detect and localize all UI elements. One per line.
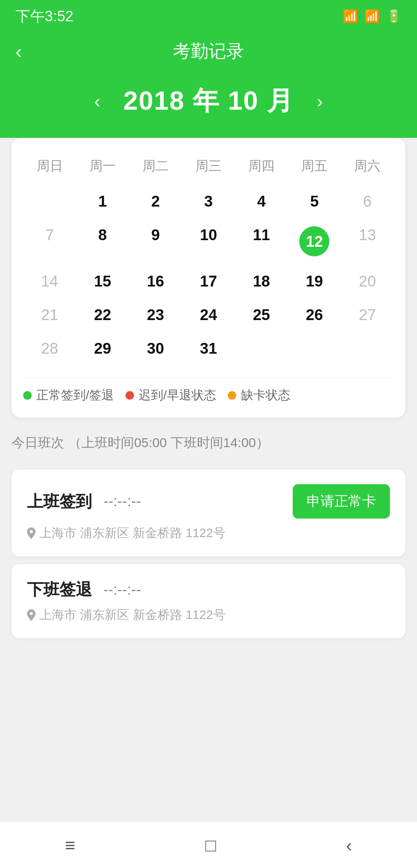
next-month-button[interactable]: › — [317, 91, 323, 112]
status-icons: 📶 📶 🔋 — [343, 9, 402, 24]
calendar-day[interactable]: 25 — [235, 300, 288, 330]
today-shift-section: 今日班次 （上班时间05:00 下班时间14:00） — [0, 418, 417, 462]
calendar-day[interactable]: 4 — [235, 186, 288, 216]
apply-normal-card-button[interactable]: 申请正常卡 — [293, 484, 390, 519]
status-bar: 下午3:52 📶 📶 🔋 — [0, 0, 417, 31]
legend-missing-text: 缺卡状态 — [241, 387, 290, 404]
signal-icon: 📶 — [343, 9, 358, 24]
calendar-day[interactable]: 14 — [23, 266, 76, 296]
checkin-label-0: 上班签到 — [27, 491, 92, 512]
nav-home-icon[interactable]: □ — [205, 835, 216, 856]
calendar-day[interactable]: 2 — [129, 186, 182, 216]
prev-month-button[interactable]: ‹ — [94, 91, 100, 112]
legend-dot-red — [125, 391, 134, 400]
shift-detail: （上班时间05:00 下班时间14:00） — [68, 435, 269, 450]
calendar-day[interactable]: 23 — [129, 300, 182, 330]
calendar-day[interactable]: 28 — [23, 334, 76, 363]
calendar-day[interactable]: 1 — [76, 186, 129, 216]
main-content: 周日 周一 周二 周三 周四 周五 周六 1234567891011121314… — [0, 138, 417, 700]
location-icon-0 — [27, 527, 36, 539]
calendar-day[interactable]: 10 — [182, 220, 235, 263]
calendar-day[interactable]: 13 — [341, 220, 394, 263]
nav-menu-icon[interactable]: ≡ — [65, 835, 75, 856]
legend-normal-text: 正常签到/签退 — [36, 387, 114, 404]
month-title: 2018 年 10 月 — [123, 83, 294, 119]
legend-missing: 缺卡状态 — [228, 387, 290, 404]
calendar-day[interactable] — [235, 334, 288, 363]
page-title: 考勤记录 — [173, 39, 244, 63]
header: ‹ 考勤记录 — [0, 30, 417, 76]
weekday-thu: 周四 — [235, 153, 288, 179]
calendar-day[interactable]: 26 — [288, 300, 341, 330]
calendar-day[interactable]: 16 — [129, 266, 182, 296]
calendar-day[interactable]: 27 — [341, 300, 394, 330]
legend-normal: 正常签到/签退 — [23, 387, 114, 404]
calendar-day[interactable]: 19 — [288, 266, 341, 296]
calendar-day[interactable]: 18 — [235, 266, 288, 296]
calendar-day[interactable]: 12 — [288, 220, 341, 263]
legend-late: 迟到/早退状态 — [125, 387, 216, 404]
location-text-0: 上海市 浦东新区 新金桥路 1122号 — [39, 525, 225, 542]
checkin-location-0: 上海市 浦东新区 新金桥路 1122号 — [27, 525, 390, 542]
weekday-tue: 周二 — [129, 153, 182, 179]
calendar-day[interactable]: 31 — [182, 334, 235, 363]
weekday-fri: 周五 — [288, 153, 341, 179]
back-button[interactable]: ‹ — [15, 42, 22, 61]
weekday-sat: 周六 — [341, 153, 394, 179]
checkin-top-1: 下班签退 --:--:-- — [27, 579, 390, 600]
calendar-day[interactable] — [288, 334, 341, 363]
calendar-day[interactable]: 7 — [23, 220, 76, 263]
calendar-day[interactable]: 15 — [76, 266, 129, 296]
calendar-day[interactable]: 24 — [182, 300, 235, 330]
battery-icon: 🔋 — [386, 9, 402, 24]
weekday-headers: 周日 周一 周二 周三 周四 周五 周六 — [23, 153, 394, 179]
nav-back-icon[interactable]: ‹ — [346, 835, 352, 856]
shift-label: 今日班次 — [12, 435, 64, 450]
calendar-card: 周日 周一 周二 周三 周四 周五 周六 1234567891011121314… — [12, 138, 405, 418]
weekday-sun: 周日 — [23, 153, 76, 179]
calendar-day[interactable]: 22 — [76, 300, 129, 330]
checkin-card-1: 下班签退 --:--:-- 上海市 浦东新区 新金桥路 1122号 — [12, 564, 405, 638]
checkin-left-1: 下班签退 --:--:-- — [27, 579, 141, 600]
calendar-day[interactable]: 3 — [182, 186, 235, 216]
weekday-wed: 周三 — [182, 153, 235, 179]
calendar-day[interactable]: 30 — [129, 334, 182, 363]
calendar-day[interactable]: 29 — [76, 334, 129, 363]
calendar-day[interactable]: 9 — [129, 220, 182, 263]
legend-dot-orange — [228, 391, 236, 400]
calendar-legend: 正常签到/签退 迟到/早退状态 缺卡状态 — [23, 377, 394, 404]
location-text-1: 上海市 浦东新区 新金桥路 1122号 — [39, 607, 225, 624]
checkin-left-0: 上班签到 --:--:-- — [27, 491, 141, 512]
calendar-day[interactable] — [23, 186, 76, 216]
checkin-time-0: --:--:-- — [103, 493, 141, 510]
calendar-day[interactable]: 8 — [76, 220, 129, 263]
weekday-mon: 周一 — [76, 153, 129, 179]
checkin-location-1: 上海市 浦东新区 新金桥路 1122号 — [27, 607, 390, 624]
checkin-top-0: 上班签到 --:--:-- 申请正常卡 — [27, 484, 390, 519]
calendar-day[interactable]: 21 — [23, 300, 76, 330]
calendar-day[interactable]: 11 — [235, 220, 288, 263]
legend-dot-green — [23, 391, 32, 400]
wifi-icon: 📶 — [364, 9, 380, 24]
calendar-day[interactable]: 17 — [182, 266, 235, 296]
location-icon-1 — [27, 609, 36, 621]
calendar-day[interactable]: 5 — [288, 186, 341, 216]
calendar-day[interactable] — [341, 334, 394, 363]
checkin-card-0: 上班签到 --:--:-- 申请正常卡 上海市 浦东新区 新金桥路 1122号 — [12, 470, 405, 556]
bottom-nav: ≡ □ ‹ — [0, 822, 417, 868]
checkin-label-1: 下班签退 — [27, 579, 92, 600]
calendar-day[interactable]: 6 — [341, 186, 394, 216]
checkin-time-1: --:--:-- — [103, 581, 141, 598]
shift-title: 今日班次 （上班时间05:00 下班时间14:00） — [12, 433, 405, 452]
legend-late-text: 迟到/早退状态 — [139, 387, 216, 404]
status-time: 下午3:52 — [15, 7, 73, 26]
month-navigation: ‹ 2018 年 10 月 › — [0, 76, 417, 138]
calendar-grid: 1234567891011121314151617181920212223242… — [23, 186, 394, 363]
calendar-day[interactable]: 20 — [341, 266, 394, 296]
